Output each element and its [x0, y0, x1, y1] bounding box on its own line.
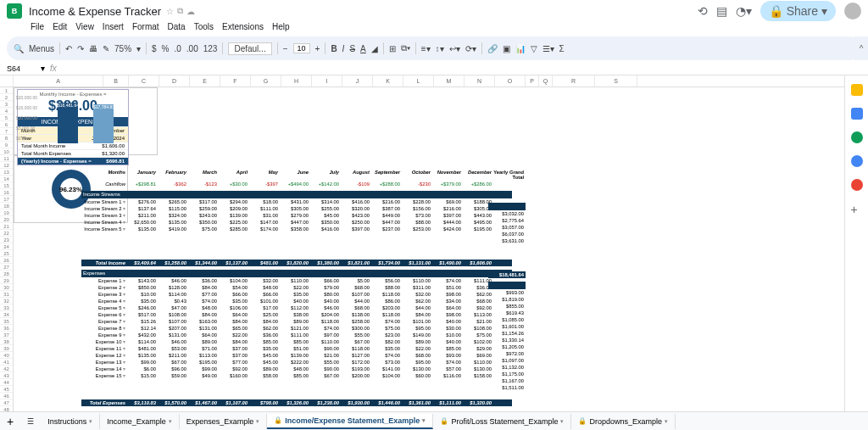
print-icon[interactable]: 🖶 — [89, 44, 97, 53]
menu-help[interactable]: Help — [272, 22, 290, 31]
strike-icon[interactable]: S — [349, 44, 355, 53]
fontsize-minus[interactable]: − — [283, 44, 288, 53]
paint-icon[interactable]: ✎ — [103, 44, 109, 53]
menu-data[interactable]: Data — [168, 22, 186, 31]
sheet-tab[interactable]: Expenses_Example▾ — [180, 414, 268, 429]
cloud-icon[interactable]: ☁ — [186, 7, 195, 16]
name-box-row: ▾ fx — [0, 62, 868, 75]
all-sheets-icon[interactable]: ☰ — [20, 417, 41, 426]
dec-increase-icon[interactable]: .00 — [186, 44, 198, 53]
fx-icon: fx — [50, 64, 57, 73]
comment-icon[interactable]: ▤ — [716, 4, 727, 18]
fill-color-icon[interactable]: ◢ — [371, 44, 378, 53]
sheet-tab[interactable]: Income_Example▾ — [100, 414, 180, 429]
lock-icon: 🔒 — [769, 4, 783, 18]
name-box[interactable] — [7, 64, 41, 73]
zoom-select[interactable]: 75% — [114, 44, 131, 53]
chevron-down-icon: ▾ — [821, 4, 827, 18]
halign-icon[interactable]: ≡▾ — [421, 44, 431, 53]
title-bar: B Income & Expense Tracker ☆ ⧉ ☁ ⟲ ▤ ◔▾ … — [0, 0, 868, 22]
avatar[interactable] — [844, 3, 861, 20]
maps-icon[interactable] — [851, 179, 863, 191]
bar-income: $18,481.64 — [58, 103, 78, 143]
tasks-icon[interactable] — [851, 131, 863, 143]
share-button[interactable]: 🔒 Share ▾ — [760, 1, 836, 21]
menu-tools[interactable]: Tools — [194, 22, 214, 31]
sheet-tab[interactable]: 🔒Dropdowns_Example▾ — [571, 414, 676, 429]
addons-icon[interactable]: + — [851, 203, 863, 215]
search-icon[interactable]: 🔍 — [14, 44, 24, 53]
col-headers[interactable]: ABCDEFGHIJKLMNOPQRS — [0, 75, 844, 87]
collapse-toolbar-icon[interactable]: ^ — [854, 36, 868, 60]
rotate-icon[interactable]: ⟳▾ — [465, 44, 476, 53]
undo-icon[interactable]: ↶ — [65, 44, 72, 53]
comment-add-icon[interactable]: ▣ — [503, 44, 510, 53]
menu-extensions[interactable]: Extensions — [222, 22, 264, 31]
add-sheet-icon[interactable]: + — [0, 415, 20, 428]
bar-expenses: $17,784.83 — [93, 104, 114, 143]
sheet-tab[interactable]: 🔒Profit/Loss Statement_Example▾ — [433, 414, 571, 429]
bold-icon[interactable]: B — [331, 44, 337, 53]
filter-icon[interactable]: ▽ — [531, 44, 537, 53]
borders-icon[interactable]: ⊞ — [389, 44, 396, 53]
font-select[interactable]: Defaul... — [228, 42, 271, 55]
merge-icon[interactable]: ⧉▾ — [401, 43, 410, 53]
percent-icon[interactable]: % — [162, 44, 170, 53]
menu-edit[interactable]: Edit — [53, 22, 67, 31]
sheet-tab[interactable]: Instructions▾ — [41, 414, 100, 429]
spreadsheet-grid[interactable]: ABCDEFGHIJKLMNOPQRS 12345678910111213141… — [0, 75, 844, 430]
italic-icon[interactable]: I — [342, 44, 345, 53]
link-icon[interactable]: 🔗 — [487, 44, 498, 53]
contacts-icon[interactable] — [851, 155, 863, 167]
more-formats-icon[interactable]: 123 — [203, 44, 218, 53]
wrap-icon[interactable]: ↩▾ — [449, 44, 460, 53]
meet-icon[interactable]: ◔▾ — [736, 4, 752, 18]
toolbar: 🔍 Menus ↶ ↷ 🖶 ✎ 75%▾ $ % .0 .00 123 Defa… — [7, 36, 861, 60]
sheet-tab[interactable]: 🔒Income/Expense Statement_Example▾ — [267, 414, 433, 429]
dec-decrease-icon[interactable]: .0 — [175, 44, 181, 53]
valign-icon[interactable]: ↕▾ — [436, 44, 444, 53]
tab-bar: + ☰ Instructions▾Income_Example▾Expenses… — [0, 411, 868, 430]
menu-view[interactable]: View — [75, 22, 94, 31]
doc-title[interactable]: Income & Expense Tracker — [29, 5, 161, 18]
insert-chart-icon[interactable]: 📊 — [515, 44, 526, 53]
side-panel: + — [844, 75, 868, 430]
text-color-icon[interactable]: A — [360, 44, 366, 53]
menu-bar: File Edit View Insert Format Data Tools … — [0, 22, 868, 35]
menu-file[interactable]: File — [31, 22, 44, 31]
star-icon[interactable]: ☆ — [166, 7, 174, 16]
redo-icon[interactable]: ↷ — [77, 44, 84, 53]
history-icon[interactable]: ⟲ — [698, 4, 708, 18]
functions-icon[interactable]: Σ — [559, 44, 565, 53]
menu-insert[interactable]: Insert — [103, 22, 124, 31]
menus-toggle[interactable]: Menus — [29, 44, 54, 53]
menu-format[interactable]: Format — [132, 22, 159, 31]
fontsize-plus[interactable]: + — [315, 44, 320, 53]
move-icon[interactable]: ⧉ — [177, 6, 183, 16]
row-headers[interactable]: 1234567891011121314151617181920212223242… — [0, 87, 14, 430]
currency-icon[interactable]: $ — [152, 44, 157, 53]
sheets-logo[interactable]: B — [7, 3, 22, 19]
keep-icon[interactable] — [851, 84, 863, 96]
filter-views-icon[interactable]: ☰▾ — [542, 44, 554, 53]
calendar-icon[interactable] — [851, 108, 863, 120]
fontsize-input[interactable] — [293, 43, 310, 53]
